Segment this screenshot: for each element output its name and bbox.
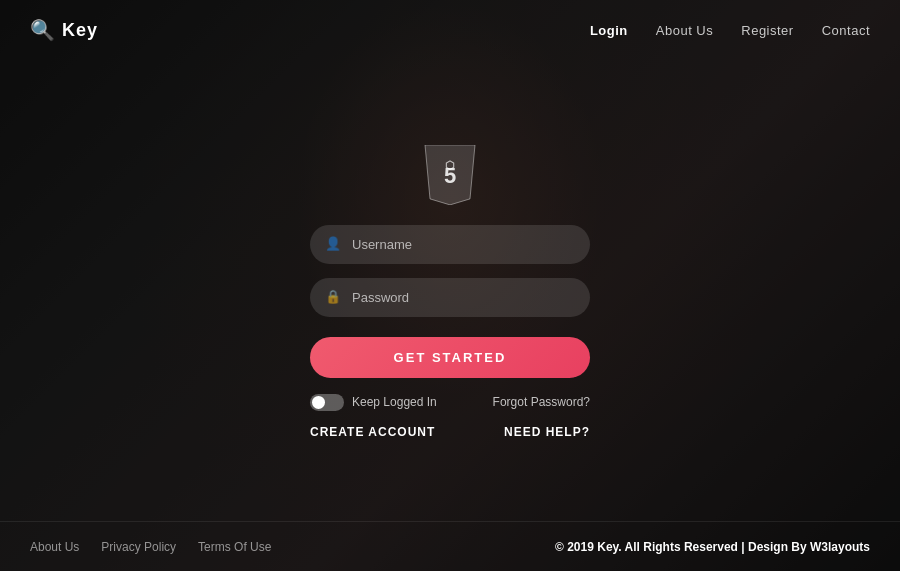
nav-register[interactable]: Register <box>741 23 793 38</box>
footer-copyright-text: © 2019 Key. All Rights Reserved | Design… <box>555 540 810 554</box>
password-input[interactable] <box>310 277 590 316</box>
keep-logged-group: Keep Logged In <box>310 393 437 410</box>
password-group: 🔒 <box>310 277 590 316</box>
get-started-button[interactable]: GET STARTED <box>310 336 590 377</box>
options-row: Keep Logged In Forgot Password? <box>310 393 590 410</box>
svg-text:⬡: ⬡ <box>445 158 455 170</box>
header: 🔍 Key Login About Us Register Contact <box>0 0 900 60</box>
logo: 🔍 Key <box>30 18 98 42</box>
keep-logged-label: Keep Logged In <box>352 395 437 409</box>
footer-copyright: © 2019 Key. All Rights Reserved | Design… <box>555 540 870 554</box>
html5-badge: 5 ⬡ <box>423 144 477 204</box>
username-input[interactable] <box>310 224 590 263</box>
links-row: CREATE ACCOUNT NEED HELP? <box>310 424 590 438</box>
user-icon: 👤 <box>325 236 341 251</box>
footer-privacy-link[interactable]: Privacy Policy <box>101 540 176 554</box>
username-group: 👤 <box>310 224 590 263</box>
nav-about[interactable]: About Us <box>656 23 713 38</box>
nav-login[interactable]: Login <box>590 23 628 38</box>
logo-icon: 🔍 <box>30 18 56 42</box>
main-nav: Login About Us Register Contact <box>590 23 870 38</box>
logo-text: Key <box>62 20 98 41</box>
footer-brand: W3layouts <box>810 540 870 554</box>
lock-icon: 🔒 <box>325 289 341 304</box>
footer-terms-link[interactable]: Terms Of Use <box>198 540 271 554</box>
footer: About Us Privacy Policy Terms Of Use © 2… <box>0 521 900 571</box>
need-help-link[interactable]: NEED HELP? <box>504 424 590 438</box>
forgot-password-link[interactable]: Forgot Password? <box>493 395 590 409</box>
nav-contact[interactable]: Contact <box>822 23 870 38</box>
footer-about-link[interactable]: About Us <box>30 540 79 554</box>
footer-links: About Us Privacy Policy Terms Of Use <box>30 540 271 554</box>
keep-logged-toggle[interactable] <box>310 393 344 410</box>
login-form-container: 5 ⬡ 👤 🔒 GET STARTED Keep Logged In Forgo… <box>310 144 590 438</box>
create-account-link[interactable]: CREATE ACCOUNT <box>310 424 435 438</box>
